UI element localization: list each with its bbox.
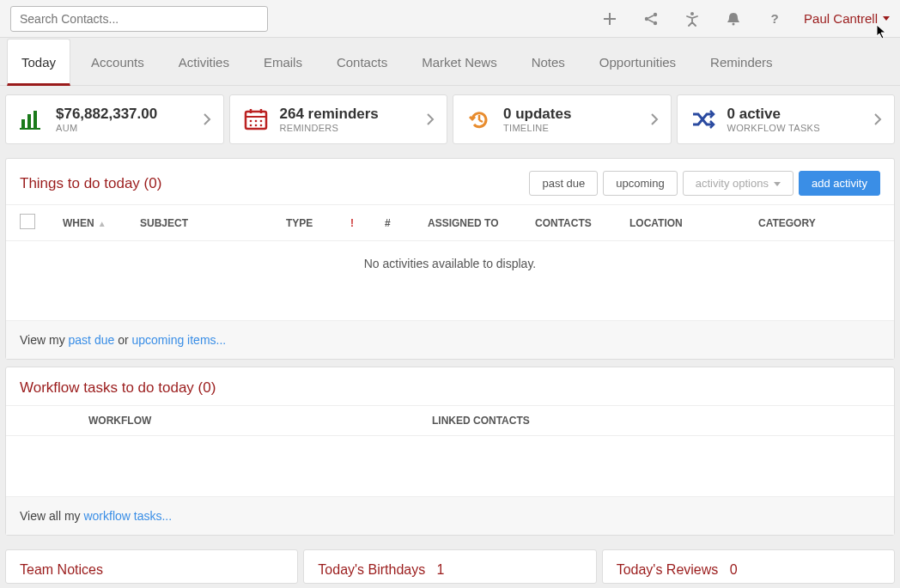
card-reminders-label: REMINDERS xyxy=(280,123,427,133)
svg-point-15 xyxy=(254,120,257,123)
reviews-count: 0 xyxy=(730,562,738,577)
shuffle-icon xyxy=(690,106,717,133)
chevron-right-icon xyxy=(426,112,435,126)
reviews-label: Today's Reviews xyxy=(617,562,719,577)
things-panel: Things to do today (0) past due upcoming… xyxy=(5,158,895,360)
svg-rect-9 xyxy=(20,128,40,130)
things-footer: View my past due or upcoming items... xyxy=(6,320,894,359)
chevron-right-icon xyxy=(873,112,882,126)
svg-point-2 xyxy=(654,21,657,24)
workflow-panel: Workflow tasks to do today (0) WORKFLOW … xyxy=(5,367,895,536)
col-hash[interactable]: # xyxy=(385,217,428,229)
birthdays-card[interactable]: Today's Birthdays 1 xyxy=(303,549,596,584)
svg-text:?: ? xyxy=(771,12,779,26)
col-contacts[interactable]: CONTACTS xyxy=(535,217,629,229)
caret-down-icon xyxy=(774,182,781,186)
tab-opportunities[interactable]: Opportunities xyxy=(586,39,690,83)
help-icon[interactable]: ? xyxy=(766,10,783,27)
svg-line-21 xyxy=(479,120,483,122)
tabbar: Today Accounts Activities Emails Contact… xyxy=(0,38,900,86)
col-type[interactable]: TYPE xyxy=(286,217,350,229)
col-location[interactable]: LOCATION xyxy=(629,217,758,229)
bar-chart-icon xyxy=(18,106,46,133)
tab-reminders[interactable]: Reminders xyxy=(696,39,787,83)
past-due-button[interactable]: past due xyxy=(529,171,598,196)
col-workflow[interactable]: WORKFLOW xyxy=(88,415,432,427)
reviews-card[interactable]: Today's Reviews 0 xyxy=(602,549,895,584)
col-subject[interactable]: SUBJECT xyxy=(140,217,286,229)
select-all-checkbox[interactable] xyxy=(20,214,35,229)
plus-icon[interactable] xyxy=(601,10,618,27)
summary-cards: $76,882,337.00 AUM 264 reminders REMINDE… xyxy=(0,86,900,151)
card-updates-value: 0 updates xyxy=(503,106,650,123)
bottom-cards: Team Notices Today's Birthdays 1 Today's… xyxy=(0,543,900,584)
svg-point-14 xyxy=(249,120,252,123)
sort-asc-icon: ▲ xyxy=(98,219,106,228)
workflow-tasks-link[interactable]: workflow tasks... xyxy=(83,509,172,523)
activity-options-label: activity options xyxy=(696,177,769,190)
upcoming-button[interactable]: upcoming xyxy=(603,171,677,196)
workflow-table-head: WORKFLOW LINKED CONTACTS xyxy=(6,405,894,436)
card-updates[interactable]: 0 updates TIMELINE xyxy=(453,94,672,144)
svg-point-19 xyxy=(259,124,262,127)
card-aum-value: $76,882,337.00 xyxy=(56,106,203,123)
tab-accounts[interactable]: Accounts xyxy=(77,39,158,83)
accessibility-icon[interactable] xyxy=(684,10,701,27)
tab-notes[interactable]: Notes xyxy=(518,39,579,83)
tab-emails[interactable]: Emails xyxy=(250,39,316,83)
chevron-right-icon xyxy=(650,112,659,126)
upcoming-items-link[interactable]: upcoming items... xyxy=(132,333,227,347)
workflow-footer: View all my workflow tasks... xyxy=(6,496,894,535)
search-input[interactable] xyxy=(10,6,268,32)
svg-rect-7 xyxy=(27,114,31,128)
card-reminders[interactable]: 264 reminders REMINDERS xyxy=(229,94,448,144)
team-notices-title: Team Notices xyxy=(20,562,283,578)
calendar-icon xyxy=(242,106,270,133)
svg-point-1 xyxy=(654,12,657,15)
col-category[interactable]: CATEGORY xyxy=(758,217,826,229)
share-icon[interactable] xyxy=(642,10,660,27)
activity-options-button[interactable]: activity options xyxy=(683,171,794,196)
past-due-link[interactable]: past due xyxy=(69,333,115,347)
topbar-icons: ? xyxy=(601,10,783,27)
tab-contacts[interactable]: Contacts xyxy=(323,39,401,83)
notification-icon[interactable] xyxy=(725,10,742,27)
svg-point-3 xyxy=(690,12,694,15)
card-aum-label: AUM xyxy=(56,123,203,133)
workflow-title: Workflow tasks to do today (0) xyxy=(20,379,216,397)
things-empty: No activities available to display. xyxy=(6,241,894,286)
caret-down-icon xyxy=(883,16,890,21)
things-table-head: WHEN▲ SUBJECT TYPE ! # ASSIGNED TO CONTA… xyxy=(6,204,894,241)
user-name: Paul Cantrell xyxy=(804,11,878,26)
svg-point-0 xyxy=(645,16,648,20)
svg-point-18 xyxy=(254,124,257,127)
things-title: Things to do today (0) xyxy=(20,175,161,192)
birthdays-label: Today's Birthdays xyxy=(318,562,425,577)
card-reminders-value: 264 reminders xyxy=(280,106,427,123)
card-workflow-value: 0 active xyxy=(727,106,874,123)
card-updates-label: TIMELINE xyxy=(503,123,650,133)
col-priority[interactable]: ! xyxy=(350,217,385,229)
svg-rect-8 xyxy=(33,111,37,128)
svg-rect-6 xyxy=(21,119,25,128)
card-workflow[interactable]: 0 active WORKFLOW TASKS xyxy=(677,94,896,144)
tab-activities[interactable]: Activities xyxy=(165,39,243,83)
team-notices-card[interactable]: Team Notices xyxy=(5,549,298,584)
svg-point-17 xyxy=(249,124,252,127)
chevron-right-icon xyxy=(203,112,211,126)
col-assigned-to[interactable]: ASSIGNED TO xyxy=(428,217,535,229)
col-when[interactable]: WHEN▲ xyxy=(63,217,140,229)
card-aum[interactable]: $76,882,337.00 AUM xyxy=(5,94,224,144)
tab-today[interactable]: Today xyxy=(7,39,70,86)
birthdays-count: 1 xyxy=(437,562,445,577)
history-icon xyxy=(465,106,493,133)
svg-point-16 xyxy=(259,120,262,123)
add-activity-button[interactable]: add activity xyxy=(799,171,880,196)
tab-market-news[interactable]: Market News xyxy=(408,39,511,83)
user-menu[interactable]: Paul Cantrell xyxy=(804,11,890,26)
topbar: ? Paul Cantrell xyxy=(0,0,900,38)
card-workflow-label: WORKFLOW TASKS xyxy=(727,123,874,133)
svg-point-4 xyxy=(733,22,735,25)
col-linked-contacts[interactable]: LINKED CONTACTS xyxy=(432,415,540,427)
